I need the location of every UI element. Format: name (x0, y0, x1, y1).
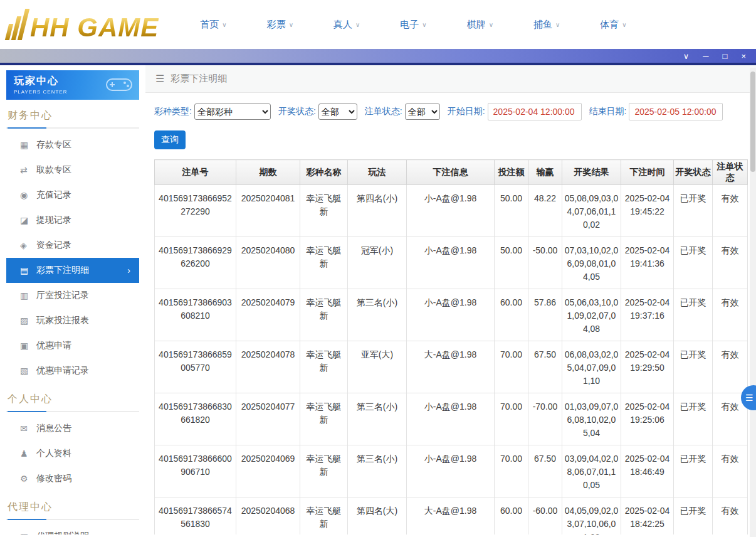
cell: 401569173866952272290 (155, 185, 236, 237)
end-date-input[interactable] (629, 103, 723, 120)
cell: 已开奖 (674, 497, 713, 535)
sidebar-item-label: 存款专区 (36, 139, 71, 151)
chevron-down-icon: ∨ (422, 21, 426, 28)
nav-item-label: 电子 (400, 19, 419, 31)
sidebar-item-agent-rules[interactable]: ▩代理规则说明 (6, 524, 139, 534)
cell: 04,05,09,02,03,07,10,06,01,08 (562, 497, 621, 535)
sidebar-item-recharge-records[interactable]: ◉充值记录 (6, 183, 139, 208)
draw-status-select[interactable]: 全部 (318, 104, 357, 120)
order-status-select[interactable]: 全部 (405, 104, 440, 120)
column-header: 注单状态 (713, 160, 748, 185)
cell: 小-A盘@1.98 (407, 393, 495, 445)
sidebar-item-player-bet-report[interactable]: ▨玩家投注报表 (6, 308, 139, 333)
nav-item-live[interactable]: 真人∨ (333, 19, 360, 31)
cell: 有效 (713, 341, 748, 393)
maximize-button[interactable]: □ (723, 52, 728, 60)
deposit-zone-icon: ▦ (20, 140, 36, 150)
sidebar-item-withdraw-records[interactable]: ◪提现记录 (6, 208, 139, 233)
close-button[interactable]: × (741, 52, 746, 60)
nav-item-label: 彩票 (267, 19, 286, 31)
column-header: 开奖结果 (562, 160, 621, 185)
chevron-right-icon: › (127, 265, 130, 275)
sidebar-item-label: 修改密码 (36, 473, 71, 484)
sidebar-menu: 财务中心▦存款专区⇄取款专区◉充值记录◪提现记录◈资金记录▤彩票下注明细›▥厅室… (6, 100, 139, 534)
cell: 已开奖 (674, 341, 713, 393)
promo-apply-icon: ▣ (20, 341, 36, 351)
cell: 01,03,09,07,06,08,10,02,05,04 (562, 393, 621, 445)
cell: 有效 (713, 237, 748, 289)
sidebar-item-withdraw-zone[interactable]: ⇄取款专区 (6, 157, 139, 183)
cell: 第三名(小) (348, 445, 407, 497)
vertical-scrollbar[interactable] (750, 68, 756, 537)
page-title: 彩票下注明细 (171, 73, 227, 85)
nav-item-slots[interactable]: 电子∨ (400, 19, 426, 31)
sidebar-item-promo-apply[interactable]: ▣优惠申请 (6, 333, 139, 358)
cell: -70.00 (528, 393, 562, 445)
sidebar-item-messages[interactable]: ✉消息公告 (6, 416, 139, 441)
cell: 2025-02-04 19:41:36 (621, 237, 674, 289)
cell: 20250204077 (236, 393, 300, 445)
sidebar-item-change-password[interactable]: ⚙修改密码 (6, 466, 139, 491)
change-password-icon: ⚙ (20, 474, 36, 484)
chevron-down-icon: ∨ (622, 21, 626, 28)
cell: 70.00 (495, 393, 528, 445)
table-row: 40156917386657456183020250204068幸运飞艇新第四名… (155, 497, 748, 535)
sidebar-item-label: 代理规则说明 (36, 531, 89, 534)
order-status-label: 注单状态: (365, 106, 402, 117)
sidebar-item-label: 提现记录 (36, 215, 71, 226)
collapse-button[interactable]: ∨ (683, 52, 690, 60)
cell: 20250204079 (236, 289, 300, 341)
column-header: 下注时间 (621, 160, 674, 185)
minimize-button[interactable]: ─ (703, 52, 708, 60)
cell: 2025-02-04 19:25:06 (621, 393, 674, 445)
cell: -50.00 (528, 237, 562, 289)
filter-bar: 彩种类型: 全部彩种 开奖状态: 全部 注单状态: 全部 开始日期: 结束日期: (154, 103, 747, 120)
end-date-label: 结束日期: (589, 106, 627, 117)
cell: 第三名(小) (348, 393, 407, 445)
sidebar-item-hall-bet-records[interactable]: ▥厅室投注记录 (6, 283, 139, 308)
sidebar-item-label: 个人资料 (36, 448, 71, 459)
cell: 已开奖 (674, 237, 713, 289)
main-nav: 首页∨彩票∨真人∨电子∨棋牌∨捕鱼∨体育∨ (200, 19, 626, 31)
bet-details-table: 注单号期数彩种名称玩法下注信息投注额输赢开奖结果下注时间开奖状态注单状态 401… (154, 159, 748, 534)
nav-item-fishing[interactable]: 捕鱼∨ (533, 19, 560, 31)
table-row: 40156917386685900577020250204078幸运飞艇新亚军(… (155, 341, 748, 393)
recharge-records-icon: ◉ (20, 190, 36, 200)
lottery-type-select[interactable]: 全部彩种 (194, 104, 271, 120)
cell: 20250204069 (236, 445, 300, 497)
nav-item-chess[interactable]: 棋牌∨ (467, 19, 493, 31)
cell: 401569173866859005770 (155, 341, 236, 393)
cell: 幸运飞艇新 (300, 393, 348, 445)
cell: 67.50 (528, 445, 562, 497)
cell: 冠军(小) (348, 237, 407, 289)
cell: 有效 (713, 497, 748, 535)
nav-item-label: 体育 (600, 19, 619, 31)
hamburger-menu-icon[interactable]: ☰ (155, 73, 164, 85)
cell: 57.86 (528, 289, 562, 341)
cell: 大-A盘@1.98 (407, 341, 495, 393)
column-header: 期数 (236, 160, 300, 185)
search-button[interactable]: 查询 (154, 130, 186, 149)
cell: 已开奖 (674, 289, 713, 341)
sidebar-item-profile[interactable]: ♟个人资料 (6, 441, 139, 466)
sidebar-item-label: 资金记录 (36, 240, 71, 251)
scrollbar-thumb[interactable] (750, 72, 755, 172)
cell: 2025-02-04 19:37:16 (621, 289, 674, 341)
start-date-input[interactable] (488, 103, 582, 120)
cell: 小-A盘@1.98 (407, 445, 495, 497)
cell: 20250204081 (236, 185, 300, 237)
floating-service-icon: ☰ (745, 393, 753, 403)
nav-item-lottery[interactable]: 彩票∨ (267, 19, 293, 31)
lottery-type-label: 彩种类型: (154, 106, 192, 117)
chevron-down-icon: ∨ (289, 21, 293, 28)
logo[interactable]: HH GAME (9, 9, 159, 40)
sidebar-item-funds-records[interactable]: ◈资金记录 (6, 233, 139, 258)
content-panel: 彩种类型: 全部彩种 开奖状态: 全部 注单状态: 全部 开始日期: 结束日期:… (145, 93, 756, 534)
sidebar-item-lottery-bet-details[interactable]: ▤彩票下注明细› (6, 258, 139, 283)
sidebar-item-deposit-zone[interactable]: ▦存款专区 (6, 132, 139, 157)
sidebar-item-label: 优惠申请记录 (36, 365, 89, 376)
cell: 小-A盘@1.98 (407, 185, 495, 237)
sidebar-item-promo-apply-records[interactable]: ▧优惠申请记录 (6, 358, 139, 383)
nav-item-sports[interactable]: 体育∨ (600, 19, 626, 31)
nav-item-home[interactable]: 首页∨ (200, 19, 226, 31)
